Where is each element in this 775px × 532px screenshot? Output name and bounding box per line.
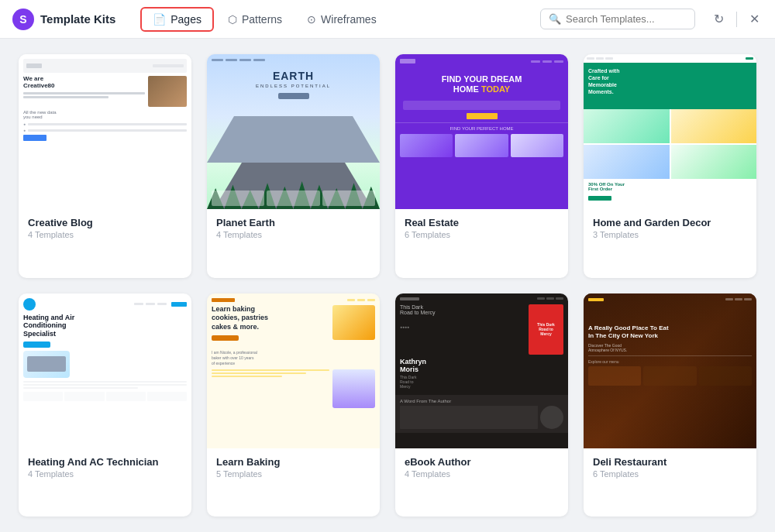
card-title: Home and Garden Decor [593, 217, 747, 228]
thumb-real-estate: FIND YOUR DREAMHOME TODAY FIND YOUR PERF… [395, 54, 568, 209]
thumb-planet-earth: EARTH ENDLESS POTENTIAL [207, 54, 380, 209]
pages-icon: 📄 [153, 13, 166, 26]
card-subtitle: 6 Templates [593, 469, 747, 479]
card-hvac[interactable]: Heating and AirConditioningSpecialist [19, 293, 191, 517]
card-subtitle: 3 Templates [593, 230, 747, 239]
thumb-deli: A Really Good Place To EatIn The City Of… [584, 293, 756, 448]
card-info-deli: Deli Restaurant 6 Templates [584, 448, 756, 488]
card-subtitle: 4 Templates [216, 230, 370, 239]
card-info-planet-earth: Planet Earth 4 Templates [207, 209, 380, 249]
tab-patterns[interactable]: ⬡ Patterns [217, 9, 293, 30]
card-info-baking: Learn Baking 5 Templates [207, 448, 380, 488]
card-subtitle: 6 Templates [405, 230, 559, 239]
divider [736, 12, 737, 27]
tab-wireframes[interactable]: ⊙ Wireframes [296, 9, 388, 30]
card-info-hvac: Heating And AC Technician 4 Templates [19, 448, 191, 488]
thumb-creative-blog: We areCreative80 All the new datayou nee… [19, 54, 191, 209]
wireframes-icon: ⊙ [307, 13, 316, 26]
card-info-creative-blog: Creative Blog 4 Templates [19, 209, 191, 249]
template-grid: We areCreative80 All the new datayou nee… [0, 39, 775, 532]
tab-pages[interactable]: 📄 Pages [140, 7, 214, 32]
card-subtitle: 4 Templates [28, 469, 182, 479]
card-subtitle: 4 Templates [405, 469, 559, 479]
card-home-garden[interactable]: Crafted withCare forMemorableMoments. 30… [584, 54, 756, 278]
app-logo-icon: S [12, 9, 34, 30]
card-creative-blog[interactable]: We areCreative80 All the new datayou nee… [19, 54, 191, 278]
search-box[interactable]: 🔍 [540, 9, 695, 29]
header-actions: ↻ ✕ [711, 9, 763, 29]
card-planet-earth[interactable]: EARTH ENDLESS POTENTIAL Planet Earth 4 T… [207, 54, 380, 278]
card-title: Creative Blog [28, 217, 182, 228]
nav-tabs: 📄 Pages ⬡ Patterns ⊙ Wireframes [140, 7, 534, 32]
card-deli[interactable]: A Really Good Place To EatIn The City Of… [584, 293, 756, 517]
thumb-hvac: Heating and AirConditioningSpecialist [19, 293, 191, 448]
card-title: Deli Restaurant [593, 456, 747, 468]
close-button[interactable]: ✕ [746, 9, 763, 29]
thumb-baking: Learn bakingcookies, pastriescakes & mor… [207, 293, 380, 448]
search-input[interactable] [566, 13, 687, 25]
card-title: Learn Baking [216, 456, 370, 468]
patterns-icon: ⬡ [228, 13, 237, 26]
card-real-estate[interactable]: FIND YOUR DREAMHOME TODAY FIND YOUR PERF… [395, 54, 568, 278]
refresh-button[interactable]: ↻ [711, 9, 727, 29]
card-baking[interactable]: Learn bakingcookies, pastriescakes & mor… [207, 293, 380, 517]
card-title: Heating And AC Technician [28, 456, 182, 468]
card-ebook[interactable]: This DarkRoad to Mercy ●●●● This DarkRoa… [395, 293, 568, 517]
card-subtitle: 4 Templates [28, 230, 182, 239]
search-icon: 🔍 [549, 13, 561, 25]
app-title: Template Kits [40, 12, 115, 26]
thumb-home-garden: Crafted withCare forMemorableMoments. 30… [584, 54, 756, 209]
card-info-home-garden: Home and Garden Decor 3 Templates [584, 209, 756, 249]
card-title: Real Estate [405, 217, 559, 228]
card-title: eBook Author [405, 456, 559, 468]
card-subtitle: 5 Templates [216, 469, 370, 479]
card-info-ebook: eBook Author 4 Templates [395, 448, 568, 488]
thumb-ebook: This DarkRoad to Mercy ●●●● This DarkRoa… [395, 293, 568, 448]
card-info-real-estate: Real Estate 6 Templates [395, 209, 568, 249]
card-title: Planet Earth [216, 217, 370, 228]
app-header: S Template Kits 📄 Pages ⬡ Patterns ⊙ Wir… [0, 0, 775, 39]
